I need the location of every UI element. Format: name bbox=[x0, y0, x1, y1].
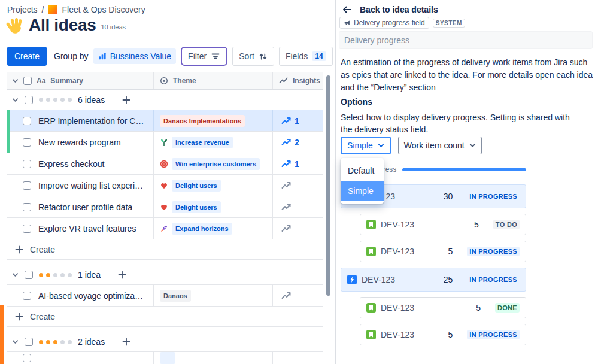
vertical-scrollbar[interactable] bbox=[326, 75, 330, 296]
theme-column-label: Theme bbox=[173, 77, 196, 85]
work-item-key: DEV-123 bbox=[381, 330, 414, 339]
breadcrumb-project-link[interactable]: Fleet & Ops Discovery bbox=[62, 5, 145, 14]
add-idea-button[interactable] bbox=[120, 94, 132, 106]
row-checkbox[interactable] bbox=[23, 117, 31, 125]
menu-item-default[interactable]: Default bbox=[341, 160, 384, 181]
work-item-card: DEV-123 5 DONE bbox=[360, 297, 526, 318]
group-header: 1 idea bbox=[7, 265, 323, 285]
insights-count[interactable]: 1 bbox=[295, 116, 299, 126]
idea-summary[interactable]: AI-based voyage optimization bbox=[38, 291, 145, 301]
theme-tag[interactable]: Expand horizons bbox=[172, 223, 232, 235]
idea-summary[interactable]: Explore VR travel features bbox=[38, 224, 136, 233]
back-label: Back to idea details bbox=[360, 5, 438, 14]
idea-summary[interactable]: ERP Implementation for Clie... bbox=[38, 116, 145, 126]
megaphone-icon bbox=[344, 19, 351, 26]
display-mode-select[interactable]: Simple bbox=[341, 136, 391, 154]
field-name-input[interactable] bbox=[339, 31, 593, 49]
group-by-field-chip[interactable]: Bussiness Value bbox=[93, 48, 176, 64]
work-item-count: 30 bbox=[444, 192, 453, 201]
filter-button[interactable]: Filter bbox=[181, 47, 227, 66]
work-item-count: 5 bbox=[474, 220, 479, 229]
work-item-count: 5 bbox=[476, 303, 481, 313]
create-button[interactable]: Create bbox=[7, 47, 47, 66]
chevron-down-icon[interactable] bbox=[12, 339, 19, 344]
row-checkbox[interactable] bbox=[23, 160, 31, 168]
heart-icon bbox=[160, 203, 168, 211]
summary-column-label: Summary bbox=[50, 77, 83, 85]
toolbar: Create Group by Bussiness Value Filter S… bbox=[7, 47, 335, 66]
create-idea-row[interactable]: Create bbox=[7, 307, 323, 327]
breadcrumb-projects-link[interactable]: Projects bbox=[7, 5, 38, 14]
options-title: Options bbox=[341, 97, 372, 107]
theme-tag[interactable]: Delight users bbox=[172, 180, 221, 192]
sort-button[interactable]: Sort bbox=[232, 47, 274, 66]
row-checkbox[interactable] bbox=[23, 354, 31, 362]
insights-column-header: Insights bbox=[273, 72, 323, 89]
group-gap bbox=[7, 327, 323, 332]
menu-item-simple[interactable]: Simple bbox=[341, 181, 384, 201]
display-mode-value: Simple bbox=[347, 141, 373, 150]
trend-icon[interactable] bbox=[281, 225, 291, 233]
status-badge: IN PROGRESS bbox=[467, 330, 520, 339]
create-row-label: Create bbox=[30, 245, 55, 254]
idea-summary[interactable]: New rewards program bbox=[38, 138, 121, 147]
theme-tag[interactable]: Win enterprise customers bbox=[172, 158, 260, 170]
heart-icon bbox=[160, 181, 168, 190]
trend-icon[interactable] bbox=[281, 203, 291, 211]
create-idea-row[interactable]: Create bbox=[7, 239, 323, 260]
story-icon bbox=[366, 303, 376, 313]
status-badge: IN PROGRESS bbox=[467, 275, 520, 284]
trend-icon[interactable] bbox=[281, 181, 291, 190]
row-checkbox[interactable] bbox=[23, 138, 31, 147]
ideas-view-pane: Projects / Fleet & Ops Discovery All ide… bbox=[0, 0, 335, 364]
trend-icon[interactable] bbox=[281, 292, 291, 300]
group-checkbox[interactable] bbox=[25, 96, 33, 104]
group-checkbox[interactable] bbox=[25, 338, 33, 346]
ideas-table: Aa Summary Theme Insights bbox=[7, 72, 323, 364]
plus-icon bbox=[14, 312, 24, 321]
waving-hand-icon bbox=[6, 17, 24, 35]
fields-button[interactable]: Fields 14 bbox=[279, 47, 333, 66]
insights-count[interactable]: 2 bbox=[295, 138, 299, 147]
theme-tag[interactable]: Delight users bbox=[172, 201, 221, 213]
filter-icon bbox=[211, 51, 220, 61]
theme-tag[interactable]: Increase revenue bbox=[172, 136, 233, 148]
add-idea-button[interactable] bbox=[116, 269, 128, 281]
row-checkbox[interactable] bbox=[23, 225, 31, 233]
add-idea-button[interactable] bbox=[120, 336, 132, 348]
work-item-count: 5 bbox=[448, 247, 453, 256]
theme-tag-partial[interactable] bbox=[160, 352, 175, 364]
group-count: 6 ideas bbox=[78, 95, 105, 105]
idea-summary[interactable]: Express checkout bbox=[38, 159, 105, 169]
insights-count[interactable]: 1 bbox=[295, 159, 299, 169]
idea-summary[interactable]: Refactor user profile data bbox=[38, 202, 132, 212]
story-icon bbox=[366, 247, 376, 256]
page-title: All ideas bbox=[29, 16, 96, 35]
sort-label: Sort bbox=[239, 51, 254, 61]
select-all-checkbox[interactable] bbox=[23, 77, 32, 85]
back-button[interactable]: Back to idea details bbox=[342, 2, 438, 17]
rating-dots bbox=[39, 340, 72, 344]
group-header: 6 ideas bbox=[7, 90, 323, 110]
theme-tag[interactable]: Danaos Implementations bbox=[160, 115, 245, 127]
field-chip-label: Delivery progress field bbox=[354, 19, 425, 27]
status-badge: TO DO bbox=[493, 220, 520, 229]
work-item-count-select[interactable]: Work item count bbox=[398, 136, 482, 154]
group-checkbox[interactable] bbox=[25, 271, 33, 279]
row-checkbox[interactable] bbox=[23, 203, 31, 211]
row-checkbox[interactable] bbox=[23, 181, 31, 190]
theme-tag[interactable]: Danaos bbox=[160, 290, 191, 302]
story-icon bbox=[366, 330, 376, 339]
status-badge: IN PROGRESS bbox=[467, 247, 520, 256]
collapse-all-chevron-icon[interactable] bbox=[12, 78, 19, 83]
row-checkbox[interactable] bbox=[23, 292, 31, 300]
trend-icon bbox=[281, 117, 291, 125]
idea-summary[interactable]: Improve waiting list experie... bbox=[38, 181, 145, 190]
trend-icon bbox=[281, 138, 291, 147]
group-by-value: Bussiness Value bbox=[110, 51, 171, 61]
trend-icon bbox=[281, 160, 291, 168]
sort-arrows-icon bbox=[259, 52, 268, 61]
chevron-down-icon[interactable] bbox=[12, 98, 19, 102]
chevron-down-icon[interactable] bbox=[12, 272, 19, 277]
work-item-card: DEV-123 5 IN PROGRESS bbox=[360, 324, 526, 345]
